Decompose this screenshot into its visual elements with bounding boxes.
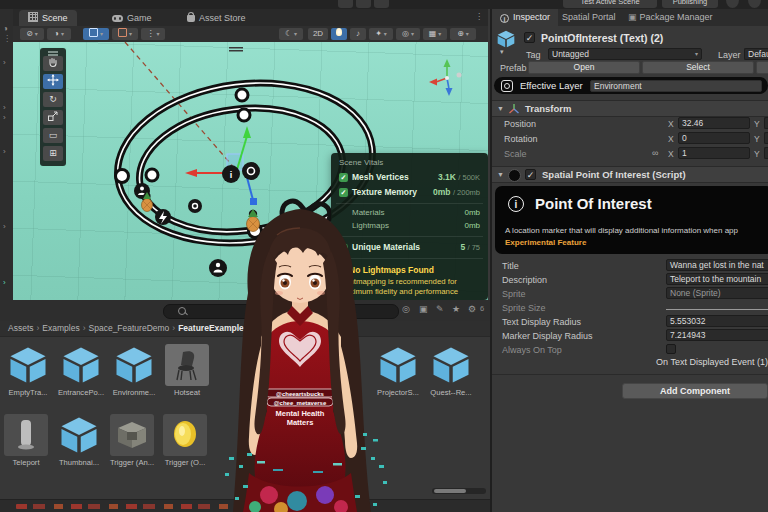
foldout-icon[interactable]: ▼ bbox=[497, 171, 504, 178]
script-component-header[interactable]: ▼ ✓ Spatial Point Of Interest (Script) bbox=[492, 166, 768, 183]
expand-chevron-icon[interactable]: › bbox=[3, 222, 6, 231]
effective-layer-value[interactable]: Environment bbox=[590, 80, 762, 92]
prefab-overrides-button[interactable] bbox=[756, 61, 768, 74]
expand-chevron-icon[interactable]: › bbox=[3, 58, 6, 67]
tag-dropdown[interactable]: Untagged ▾ bbox=[548, 48, 702, 60]
2d-toggle-button[interactable]: 2D bbox=[308, 28, 328, 40]
test-active-scene-button[interactable]: Test Active Scene bbox=[563, 0, 657, 8]
tab-asset-store[interactable]: Asset Store bbox=[178, 10, 255, 26]
tab-spatial-portal[interactable]: Spatial Portal bbox=[554, 9, 624, 26]
snap-tool-button[interactable]: ⋮▾ bbox=[141, 28, 165, 40]
svg-text:i: i bbox=[230, 170, 233, 180]
audio-toggle-button[interactable]: ♪ bbox=[350, 28, 366, 40]
gizmos-button[interactable]: ⊕▾ bbox=[450, 28, 476, 40]
transform-header[interactable]: ▼ Transform bbox=[492, 100, 768, 117]
sprite-size-slider[interactable] bbox=[666, 309, 768, 310]
transform-tool-button[interactable]: ⊞ bbox=[43, 146, 63, 161]
title-field[interactable]: Wanna get lost in the nat bbox=[666, 259, 768, 271]
lighting-toggle-button[interactable] bbox=[331, 28, 347, 40]
inspector-tab-bar: iInspector Spatial Portal ▣Package Manag… bbox=[492, 9, 768, 26]
settings-icon[interactable]: ⚙ bbox=[468, 304, 476, 314]
position-y-field[interactable]: 0. bbox=[764, 117, 768, 129]
pause-button[interactable] bbox=[356, 0, 371, 8]
asset-tile[interactable]: Quest--Re... bbox=[426, 344, 476, 397]
expand-chevron-icon[interactable]: › bbox=[3, 278, 6, 287]
asset-tile[interactable]: EmptyTra... bbox=[3, 344, 53, 397]
filter-icon[interactable]: ◎ bbox=[402, 304, 410, 314]
asset-tile[interactable]: Thumbnai... bbox=[54, 414, 104, 467]
shading-mode-button[interactable]: ☾▾ bbox=[279, 28, 303, 40]
prefab-expand-icon[interactable]: ▾ bbox=[500, 48, 504, 56]
help-icon[interactable] bbox=[748, 0, 761, 8]
asset-tile[interactable]: EntrancePo... bbox=[56, 344, 106, 397]
scale-tool-button[interactable] bbox=[43, 110, 63, 125]
position-x-field[interactable]: 32.46 bbox=[678, 117, 750, 129]
sprite-object-field[interactable]: None (Sprite) bbox=[666, 287, 768, 299]
more-icon[interactable]: ⋮ bbox=[3, 34, 11, 43]
tool-handle-button[interactable]: ⊘▾ bbox=[20, 28, 44, 40]
script-enabled-checkbox[interactable]: ✓ bbox=[525, 169, 536, 180]
tab-game[interactable]: Game bbox=[103, 10, 161, 26]
rotation-x-field[interactable]: 0 bbox=[678, 132, 750, 144]
edit-icon[interactable]: ✎ bbox=[436, 304, 444, 314]
horizontal-scrollbar[interactable] bbox=[432, 488, 486, 494]
tab-package-manager[interactable]: ▣Package Manager bbox=[620, 9, 721, 26]
panel-icon[interactable]: ◑ bbox=[3, 24, 8, 33]
prefab-select-button[interactable]: Select bbox=[642, 61, 754, 74]
rect-tool-button[interactable]: ▭ bbox=[43, 128, 63, 143]
scale-icon bbox=[47, 110, 59, 122]
drag-handle[interactable] bbox=[48, 51, 58, 53]
share-icon[interactable] bbox=[726, 0, 739, 8]
scene-vitals-title[interactable]: Scene Vitals bbox=[339, 158, 480, 167]
tab-scene[interactable]: Scene bbox=[19, 10, 77, 26]
info-icon: i bbox=[500, 14, 509, 23]
anim-tool-button[interactable]: ▾ bbox=[112, 28, 138, 40]
visibility-button[interactable]: ◎▾ bbox=[396, 28, 420, 40]
link-scale-icon[interactable]: ∞ bbox=[652, 148, 658, 158]
text-display-radius-field[interactable]: 5.553032 bbox=[666, 315, 768, 327]
pivot-button[interactable]: ◑▾ bbox=[47, 28, 71, 40]
rotate-tool-button[interactable]: ↻ bbox=[43, 92, 63, 107]
move-gizmo-y bbox=[243, 126, 251, 138]
on-text-displayed-event[interactable]: On Text Displayed Event (1) bbox=[642, 357, 768, 367]
breadcrumb-examples[interactable]: Examples bbox=[42, 323, 79, 333]
view-orientation-gizmo bbox=[429, 59, 462, 96]
publishing-button[interactable]: Publishing bbox=[662, 0, 718, 8]
scale-y-field[interactable]: 1 bbox=[764, 147, 768, 159]
description-field[interactable]: Teleport to the mountain bbox=[666, 273, 768, 285]
rotation-y-field[interactable]: 0 bbox=[764, 132, 768, 144]
always-on-top-checkbox[interactable] bbox=[666, 344, 676, 354]
effects-toggle-button[interactable]: ✦▾ bbox=[369, 28, 393, 40]
tab-inspector[interactable]: iInspector bbox=[492, 9, 558, 26]
asset-tile[interactable]: Teleport bbox=[1, 414, 51, 467]
marker-display-radius-field[interactable]: 7.214943 bbox=[666, 329, 768, 341]
step-button[interactable] bbox=[374, 0, 389, 8]
expand-chevron-icon[interactable]: › bbox=[3, 147, 6, 156]
favorites-icon[interactable]: ★ bbox=[452, 304, 460, 314]
play-button[interactable] bbox=[338, 0, 353, 8]
hand-tool-button[interactable] bbox=[43, 56, 63, 71]
more-icon[interactable]: ⋮ bbox=[475, 12, 483, 21]
breadcrumb-space-featuredemo[interactable]: Space_FeatureDemo bbox=[89, 323, 170, 333]
avatar-tool-button[interactable]: ▾ bbox=[83, 28, 109, 40]
add-component-button[interactable]: Add Component bbox=[622, 383, 768, 399]
asset-tile[interactable]: Hotseat bbox=[162, 344, 212, 397]
active-checkbox[interactable]: ✓ bbox=[524, 32, 535, 43]
expand-chevron-icon[interactable]: › bbox=[3, 103, 6, 112]
move-tool-button[interactable] bbox=[43, 74, 63, 89]
expand-chevron-icon[interactable]: › bbox=[3, 113, 6, 122]
asset-tile[interactable]: Trigger (An... bbox=[107, 414, 157, 467]
prefab-open-button[interactable]: Open bbox=[528, 61, 640, 74]
asset-tile[interactable]: Trigger (O... bbox=[160, 414, 210, 467]
avatar: @cheeartsbucks @chee_metaverse Mental He… bbox=[213, 195, 403, 512]
object-name: PointOfInterest (Text) (2) bbox=[541, 32, 663, 44]
foldout-icon[interactable]: ▼ bbox=[497, 105, 504, 112]
poi-marker: i bbox=[222, 165, 240, 183]
title-label: Title bbox=[502, 261, 519, 271]
grid-button[interactable]: ▦▾ bbox=[423, 28, 447, 40]
package-icon[interactable]: ▣ bbox=[419, 304, 428, 314]
scale-x-field[interactable]: 1 bbox=[678, 147, 750, 159]
asset-tile[interactable]: Environme... bbox=[109, 344, 159, 397]
layer-dropdown[interactable]: Defau bbox=[744, 48, 768, 60]
breadcrumb-assets[interactable]: Assets bbox=[8, 323, 34, 333]
